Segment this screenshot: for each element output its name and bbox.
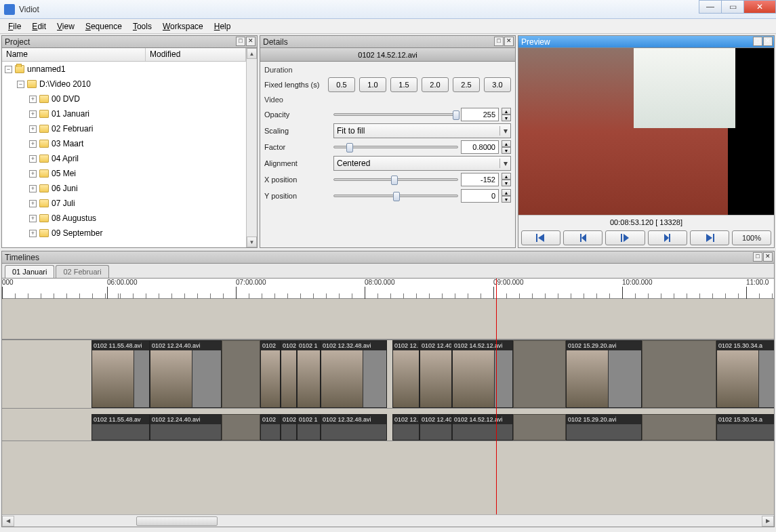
length-button-1.0[interactable]: 1.0 <box>359 77 386 92</box>
timeline-gap[interactable] <box>222 340 260 408</box>
tree-item[interactable]: +03 Maart <box>2 136 246 151</box>
expand-icon[interactable]: + <box>29 170 37 178</box>
opacity-spin-down[interactable]: ▼ <box>502 115 511 121</box>
xpos-spin-up[interactable]: ▲ <box>502 173 511 180</box>
factor-slider[interactable] <box>333 146 458 148</box>
audio-clip[interactable]: 0102 <box>281 414 297 441</box>
preview-close-button[interactable]: ✕ <box>763 37 773 46</box>
opacity-spin-up[interactable]: ▲ <box>502 108 511 115</box>
step-forward-button[interactable] <box>648 230 687 245</box>
preview-dock-button[interactable]: □ <box>753 37 762 46</box>
audio-track[interactable]: 0102 11.55.48.av0102 12.24.40.avi0102010… <box>2 414 774 441</box>
video-clip[interactable]: 0102 12. <box>392 340 420 408</box>
audio-clip[interactable]: 0102 15.30.34.a <box>716 414 774 441</box>
tree-item[interactable]: +09 September <box>2 226 246 241</box>
expand-icon[interactable]: − <box>17 81 24 88</box>
expand-icon[interactable]: + <box>29 96 37 103</box>
scroll-right-icon[interactable]: ▶ <box>762 516 774 527</box>
expand-icon[interactable]: + <box>29 110 37 118</box>
video-clip[interactable]: 0102 12.24.40.avi <box>150 340 222 408</box>
audio-clip[interactable]: 0102 11.55.48.av <box>91 414 150 441</box>
minimize-button[interactable]: — <box>699 0 722 14</box>
video-clip[interactable]: 0102 15.29.20.avi <box>566 340 642 408</box>
video-clip[interactable]: 0102 15.30.34.a <box>716 340 774 408</box>
project-close-button[interactable]: ✕ <box>246 37 256 46</box>
timeline-area[interactable]: 00006:00.00007:00.00008:00.00009:00.0001… <box>2 279 774 514</box>
preview-viewport[interactable] <box>518 48 774 215</box>
tree-item[interactable]: +04 April <box>2 151 246 166</box>
menu-view[interactable]: View <box>52 20 80 33</box>
menu-help[interactable]: Help <box>209 20 237 33</box>
video-track[interactable]: 0102 11.55.48.avi0102 12.24.40.avi010201… <box>2 340 774 409</box>
scroll-thumb[interactable] <box>136 516 218 526</box>
audio-clip[interactable]: 0102 12.40 <box>420 414 452 441</box>
timeline-ruler[interactable]: 00006:00.00007:00.00008:00.00009:00.0001… <box>2 279 774 299</box>
xpos-spin-down[interactable]: ▼ <box>502 180 511 186</box>
scaling-dropdown[interactable]: Fit to fill ▾ <box>333 123 511 138</box>
maximize-button[interactable]: ▭ <box>721 0 744 14</box>
column-modified[interactable]: Modified <box>146 48 246 61</box>
timeline-gap[interactable] <box>513 340 566 408</box>
timeline-gap[interactable] <box>642 340 716 408</box>
expand-icon[interactable]: + <box>29 155 37 163</box>
tree-item[interactable]: −D:\Video 2010 <box>2 77 246 91</box>
length-button-2.0[interactable]: 2.0 <box>422 77 449 92</box>
scroll-left-icon[interactable]: ◀ <box>2 516 14 527</box>
go-start-button[interactable] <box>521 230 560 245</box>
project-dock-button[interactable]: □ <box>236 37 245 46</box>
timeline-gap[interactable] <box>642 414 716 441</box>
playhead[interactable] <box>496 279 497 514</box>
ypos-input[interactable] <box>461 189 499 203</box>
details-dock-button[interactable]: □ <box>494 37 504 46</box>
zoom-display[interactable]: 100% <box>732 230 771 245</box>
timelines-dock-button[interactable]: □ <box>753 252 762 262</box>
timeline-gap[interactable] <box>513 414 566 441</box>
audio-clip[interactable]: 0102 12.32.48.avi <box>321 414 387 441</box>
project-tree[interactable]: −unnamed1−D:\Video 2010+00 DVD+01 Januar… <box>2 62 246 247</box>
tree-item[interactable]: +07 Juli <box>2 196 246 211</box>
column-name[interactable]: Name <box>2 48 146 61</box>
close-button[interactable]: ✕ <box>743 0 776 14</box>
expand-icon[interactable]: + <box>29 125 37 133</box>
tree-item[interactable]: +01 Januari <box>2 106 246 121</box>
alignment-dropdown[interactable]: Centered ▾ <box>333 156 511 171</box>
menu-tools[interactable]: Tools <box>127 20 157 33</box>
audio-clip[interactable]: 0102 15.29.20.avi <box>566 414 642 441</box>
details-close-button[interactable]: ✕ <box>504 37 514 46</box>
factor-spin-down[interactable]: ▼ <box>502 147 511 154</box>
audio-clip[interactable]: 0102 1 <box>297 414 321 441</box>
menu-workspace[interactable]: Workspace <box>157 20 209 33</box>
video-clip[interactable]: 0102 <box>260 340 281 408</box>
scroll-up-icon[interactable]: ▲ <box>247 48 257 59</box>
expand-icon[interactable]: − <box>5 66 12 73</box>
audio-clip[interactable]: 0102 <box>260 414 281 441</box>
length-button-2.5[interactable]: 2.5 <box>453 77 480 92</box>
video-clip[interactable]: 0102 12.32.48.avi <box>321 340 387 408</box>
ypos-spin-down[interactable]: ▼ <box>502 196 511 203</box>
audio-clip[interactable]: 0102 12. <box>392 414 420 441</box>
project-scrollbar[interactable]: ▲ ▼ <box>246 48 257 247</box>
timeline-gap[interactable] <box>222 414 260 441</box>
tree-item[interactable]: +02 Februari <box>2 121 246 136</box>
expand-icon[interactable]: + <box>29 140 37 148</box>
tree-item[interactable]: +06 Juni <box>2 181 246 196</box>
play-button[interactable] <box>605 230 645 245</box>
ypos-slider[interactable] <box>333 195 458 197</box>
factor-spin-up[interactable]: ▲ <box>502 140 511 147</box>
video-clip[interactable]: 0102 1 <box>297 340 321 408</box>
length-button-1.5[interactable]: 1.5 <box>390 77 417 92</box>
tree-item[interactable]: +05 Mei <box>2 166 246 181</box>
xpos-slider[interactable] <box>333 178 458 181</box>
tree-item[interactable]: −unnamed1 <box>2 62 246 77</box>
audio-clip[interactable]: 0102 12.24.40.avi <box>150 414 222 441</box>
timeline-scrollbar[interactable]: ◀ ▶ <box>2 514 774 527</box>
opacity-slider[interactable] <box>333 113 458 116</box>
timeline-tab[interactable]: 01 Januari <box>5 265 54 278</box>
timelines-close-button[interactable]: ✕ <box>763 252 773 262</box>
go-end-button[interactable] <box>690 230 729 245</box>
expand-icon[interactable]: + <box>29 185 37 192</box>
timeline-tab[interactable]: 02 Februari <box>56 265 108 278</box>
video-clip[interactable]: 0102 14.52.12.avi <box>452 340 513 408</box>
step-back-button[interactable] <box>563 230 603 245</box>
tree-item[interactable]: +00 DVD <box>2 91 246 106</box>
